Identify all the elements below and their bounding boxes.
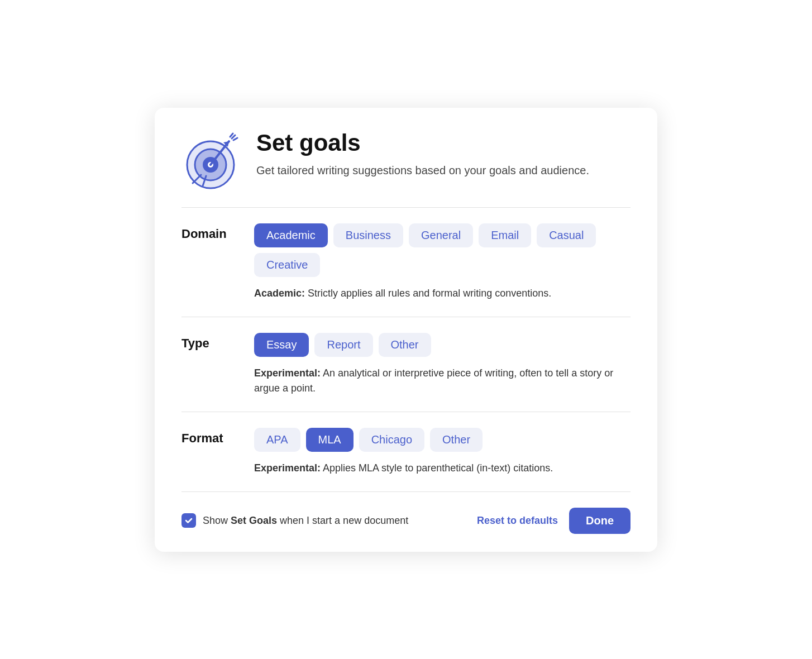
domain-chip-creative[interactable]: Creative: [254, 253, 320, 277]
footer-actions: Reset to defaults Done: [477, 508, 631, 534]
format-chip-chicago[interactable]: Chicago: [359, 428, 424, 452]
type-chip-essay[interactable]: Essay: [254, 333, 309, 357]
domain-chip-academic[interactable]: Academic: [254, 223, 328, 247]
reset-button[interactable]: Reset to defaults: [477, 515, 558, 527]
domain-chip-email[interactable]: Email: [479, 223, 531, 247]
format-content: APA MLA Chicago Other Experimental: Appl…: [254, 428, 631, 476]
svg-line-8: [232, 135, 235, 139]
custom-checkbox: [181, 513, 196, 528]
domain-description: Academic: Strictly applies all rules and…: [254, 286, 631, 301]
footer: Show Set Goals when I start a new docume…: [181, 492, 631, 534]
format-description-text: Applies MLA style to parenthetical (in-t…: [323, 462, 553, 474]
type-content: Essay Report Other Experimental: An anal…: [254, 333, 631, 396]
svg-line-9: [233, 138, 237, 140]
type-section: Type Essay Report Other Experimental: An…: [181, 317, 631, 412]
domain-description-label: Academic:: [254, 288, 305, 299]
domain-chips: Academic Business General Email Casual C…: [254, 223, 631, 277]
format-chip-mla[interactable]: MLA: [306, 428, 354, 452]
domain-chip-casual[interactable]: Casual: [537, 223, 596, 247]
checkbox-suffix: when I start a new document: [277, 515, 408, 526]
domain-section: Domain Academic Business General Email C…: [181, 208, 631, 317]
show-goals-checkbox-label[interactable]: Show Set Goals when I start a new docume…: [181, 513, 408, 528]
domain-description-text: Strictly applies all rules and formal wr…: [308, 288, 551, 299]
format-description-label: Experimental:: [254, 462, 321, 474]
checkmark-icon: [184, 516, 193, 525]
target-icon: [181, 130, 243, 192]
page-title: Set goals: [256, 130, 589, 156]
domain-chip-business[interactable]: Business: [333, 223, 403, 247]
domain-label: Domain: [181, 223, 254, 241]
domain-content: Academic Business General Email Casual C…: [254, 223, 631, 301]
format-description: Experimental: Applies MLA style to paren…: [254, 461, 631, 476]
type-description: Experimental: An analytical or interpret…: [254, 366, 631, 396]
type-label: Type: [181, 333, 254, 351]
format-chip-apa[interactable]: APA: [254, 428, 300, 452]
header: Set goals Get tailored writing suggestio…: [181, 130, 631, 192]
type-chips: Essay Report Other: [254, 333, 631, 357]
header-text: Set goals Get tailored writing suggestio…: [256, 130, 589, 178]
checkbox-prefix: Show: [203, 515, 231, 526]
done-button[interactable]: Done: [569, 508, 631, 534]
domain-chip-general[interactable]: General: [409, 223, 473, 247]
type-chip-report[interactable]: Report: [314, 333, 372, 357]
svg-line-10: [230, 133, 233, 137]
type-description-label: Experimental:: [254, 367, 321, 379]
format-chip-other[interactable]: Other: [430, 428, 483, 452]
checkbox-text: Show Set Goals when I start a new docume…: [203, 515, 408, 527]
format-label: Format: [181, 428, 254, 446]
format-section: Format APA MLA Chicago Other Experimenta…: [181, 412, 631, 492]
format-chips: APA MLA Chicago Other: [254, 428, 631, 452]
checkbox-bold: Set Goals: [231, 515, 277, 526]
page-subtitle: Get tailored writing suggestions based o…: [256, 163, 589, 178]
set-goals-modal: Set goals Get tailored writing suggestio…: [155, 108, 657, 552]
type-chip-other[interactable]: Other: [379, 333, 431, 357]
